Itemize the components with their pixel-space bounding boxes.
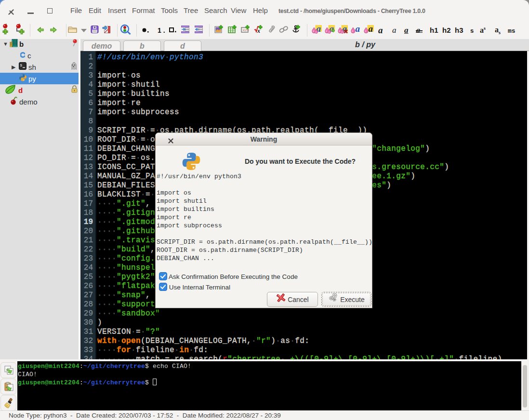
svg-text:$: $ [20,64,23,67]
svg-text:a: a [356,25,360,34]
svg-text:a: a [369,25,373,34]
